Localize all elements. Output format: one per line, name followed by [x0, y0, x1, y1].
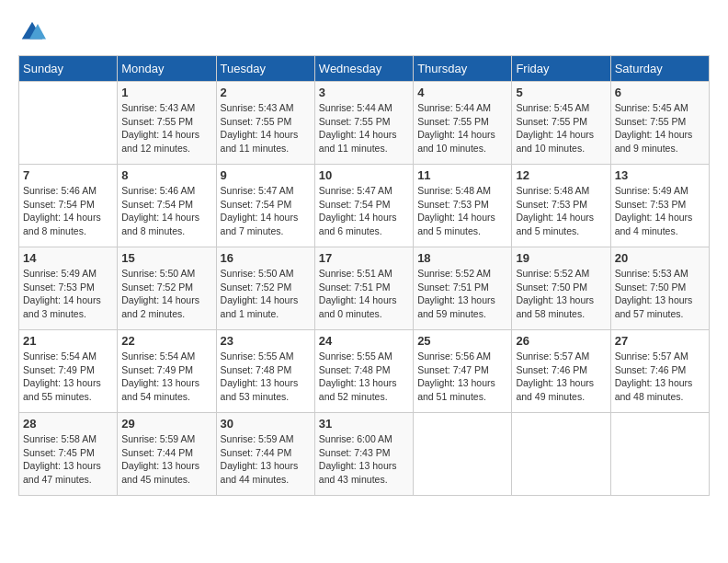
day-number: 4 [417, 86, 507, 99]
day-number: 5 [516, 86, 606, 99]
day-info: Sunrise: 5:59 AM Sunset: 7:44 PM Dayligh… [121, 432, 211, 487]
day-number: 28 [23, 417, 113, 431]
calendar-cell: 22Sunrise: 5:54 AM Sunset: 7:49 PM Dayli… [118, 330, 216, 413]
day-info: Sunrise: 5:45 AM Sunset: 7:55 PM Dayligh… [615, 101, 705, 155]
calendar-header: SundayMondayTuesdayWednesdayThursdayFrid… [19, 56, 710, 82]
calendar-cell: 17Sunrise: 5:51 AM Sunset: 7:51 PM Dayli… [314, 247, 413, 330]
calendar-cell: 23Sunrise: 5:55 AM Sunset: 7:48 PM Dayli… [216, 330, 314, 413]
day-number: 3 [319, 86, 409, 99]
day-info: Sunrise: 5:58 AM Sunset: 7:45 PM Dayligh… [23, 432, 113, 487]
calendar-cell: 19Sunrise: 5:52 AM Sunset: 7:50 PM Dayli… [512, 247, 610, 330]
day-info: Sunrise: 5:44 AM Sunset: 7:55 PM Dayligh… [319, 101, 409, 155]
header-day-wednesday: Wednesday [314, 56, 413, 82]
calendar-cell: 20Sunrise: 5:53 AM Sunset: 7:50 PM Dayli… [610, 247, 709, 330]
day-number: 30 [221, 417, 311, 431]
day-number: 9 [221, 168, 311, 182]
day-info: Sunrise: 5:49 AM Sunset: 7:53 PM Dayligh… [23, 267, 113, 321]
header-day-friday: Friday [512, 56, 610, 82]
header-day-sunday: Sunday [19, 56, 118, 82]
calendar-cell [414, 413, 512, 496]
day-number: 27 [615, 334, 705, 348]
day-number: 17 [319, 251, 409, 265]
day-info: Sunrise: 5:55 AM Sunset: 7:48 PM Dayligh… [319, 350, 409, 404]
calendar-cell: 11Sunrise: 5:48 AM Sunset: 7:53 PM Dayli… [414, 165, 512, 247]
calendar-week-2: 7Sunrise: 5:46 AM Sunset: 7:54 PM Daylig… [19, 165, 710, 247]
header-day-thursday: Thursday [414, 56, 512, 82]
day-number: 29 [121, 417, 211, 431]
day-number: 22 [121, 334, 211, 348]
header-day-monday: Monday [118, 56, 216, 82]
day-info: Sunrise: 5:47 AM Sunset: 7:54 PM Dayligh… [221, 184, 311, 238]
day-info: Sunrise: 5:57 AM Sunset: 7:46 PM Dayligh… [516, 350, 606, 404]
day-info: Sunrise: 5:54 AM Sunset: 7:49 PM Dayligh… [121, 350, 211, 404]
calendar-cell: 5Sunrise: 5:45 AM Sunset: 7:55 PM Daylig… [512, 82, 610, 165]
day-info: Sunrise: 5:46 AM Sunset: 7:54 PM Dayligh… [23, 184, 113, 238]
calendar-cell: 1Sunrise: 5:43 AM Sunset: 7:55 PM Daylig… [118, 82, 216, 165]
header-day-tuesday: Tuesday [216, 56, 314, 82]
day-number: 16 [221, 251, 311, 265]
day-number: 19 [516, 251, 606, 265]
day-info: Sunrise: 5:57 AM Sunset: 7:46 PM Dayligh… [615, 350, 705, 404]
day-info: Sunrise: 5:47 AM Sunset: 7:54 PM Dayligh… [319, 184, 409, 238]
day-info: Sunrise: 5:46 AM Sunset: 7:54 PM Dayligh… [121, 184, 211, 238]
calendar-cell: 14Sunrise: 5:49 AM Sunset: 7:53 PM Dayli… [19, 247, 118, 330]
day-info: Sunrise: 5:52 AM Sunset: 7:51 PM Dayligh… [417, 267, 507, 321]
day-number: 15 [121, 251, 211, 265]
day-info: Sunrise: 5:48 AM Sunset: 7:53 PM Dayligh… [516, 184, 606, 238]
day-info: Sunrise: 5:45 AM Sunset: 7:55 PM Dayligh… [516, 101, 606, 155]
calendar-cell: 2Sunrise: 5:43 AM Sunset: 7:55 PM Daylig… [216, 82, 314, 165]
day-info: Sunrise: 5:48 AM Sunset: 7:53 PM Dayligh… [417, 184, 507, 238]
calendar-cell: 4Sunrise: 5:44 AM Sunset: 7:55 PM Daylig… [414, 82, 512, 165]
day-number: 25 [417, 334, 507, 348]
page-header [18, 18, 710, 46]
calendar-cell: 26Sunrise: 5:57 AM Sunset: 7:46 PM Dayli… [512, 330, 610, 413]
day-info: Sunrise: 5:43 AM Sunset: 7:55 PM Dayligh… [221, 101, 311, 155]
calendar-cell: 9Sunrise: 5:47 AM Sunset: 7:54 PM Daylig… [216, 165, 314, 247]
header-row: SundayMondayTuesdayWednesdayThursdayFrid… [19, 56, 710, 82]
calendar-cell [610, 413, 709, 496]
calendar-cell: 7Sunrise: 5:46 AM Sunset: 7:54 PM Daylig… [19, 165, 118, 247]
logo-icon [18, 18, 46, 46]
day-number: 1 [121, 86, 211, 99]
calendar-week-4: 21Sunrise: 5:54 AM Sunset: 7:49 PM Dayli… [19, 330, 710, 413]
day-info: Sunrise: 5:53 AM Sunset: 7:50 PM Dayligh… [615, 267, 705, 321]
calendar-cell: 24Sunrise: 5:55 AM Sunset: 7:48 PM Dayli… [314, 330, 413, 413]
day-number: 13 [615, 168, 705, 182]
calendar-cell: 25Sunrise: 5:56 AM Sunset: 7:47 PM Dayli… [414, 330, 512, 413]
day-number: 7 [23, 168, 113, 182]
calendar-week-1: 1Sunrise: 5:43 AM Sunset: 7:55 PM Daylig… [19, 82, 710, 165]
day-info: Sunrise: 5:59 AM Sunset: 7:44 PM Dayligh… [221, 432, 311, 487]
calendar-cell: 10Sunrise: 5:47 AM Sunset: 7:54 PM Dayli… [314, 165, 413, 247]
calendar-cell: 28Sunrise: 5:58 AM Sunset: 7:45 PM Dayli… [19, 413, 118, 496]
day-info: Sunrise: 6:00 AM Sunset: 7:43 PM Dayligh… [319, 432, 409, 487]
calendar-cell: 29Sunrise: 5:59 AM Sunset: 7:44 PM Dayli… [118, 413, 216, 496]
calendar-cell: 30Sunrise: 5:59 AM Sunset: 7:44 PM Dayli… [216, 413, 314, 496]
calendar-cell: 8Sunrise: 5:46 AM Sunset: 7:54 PM Daylig… [118, 165, 216, 247]
day-info: Sunrise: 5:51 AM Sunset: 7:51 PM Dayligh… [319, 267, 409, 321]
day-info: Sunrise: 5:55 AM Sunset: 7:48 PM Dayligh… [221, 350, 311, 404]
day-number: 10 [319, 168, 409, 182]
day-number: 20 [615, 251, 705, 265]
logo [18, 18, 50, 46]
day-number: 18 [417, 251, 507, 265]
day-number: 11 [417, 168, 507, 182]
calendar-cell: 31Sunrise: 6:00 AM Sunset: 7:43 PM Dayli… [314, 413, 413, 496]
day-info: Sunrise: 5:52 AM Sunset: 7:50 PM Dayligh… [516, 267, 606, 321]
calendar-cell: 21Sunrise: 5:54 AM Sunset: 7:49 PM Dayli… [19, 330, 118, 413]
calendar-cell [512, 413, 610, 496]
day-info: Sunrise: 5:49 AM Sunset: 7:53 PM Dayligh… [615, 184, 705, 238]
day-info: Sunrise: 5:54 AM Sunset: 7:49 PM Dayligh… [23, 350, 113, 404]
day-info: Sunrise: 5:44 AM Sunset: 7:55 PM Dayligh… [417, 101, 507, 155]
day-number: 21 [23, 334, 113, 348]
calendar-body: 1Sunrise: 5:43 AM Sunset: 7:55 PM Daylig… [19, 82, 710, 496]
calendar-cell: 16Sunrise: 5:50 AM Sunset: 7:52 PM Dayli… [216, 247, 314, 330]
day-number: 23 [221, 334, 311, 348]
day-info: Sunrise: 5:50 AM Sunset: 7:52 PM Dayligh… [121, 267, 211, 321]
calendar-cell: 27Sunrise: 5:57 AM Sunset: 7:46 PM Dayli… [610, 330, 709, 413]
day-number: 14 [23, 251, 113, 265]
day-number: 24 [319, 334, 409, 348]
day-number: 12 [516, 168, 606, 182]
calendar-week-5: 28Sunrise: 5:58 AM Sunset: 7:45 PM Dayli… [19, 413, 710, 496]
calendar-week-3: 14Sunrise: 5:49 AM Sunset: 7:53 PM Dayli… [19, 247, 710, 330]
calendar-cell: 12Sunrise: 5:48 AM Sunset: 7:53 PM Dayli… [512, 165, 610, 247]
